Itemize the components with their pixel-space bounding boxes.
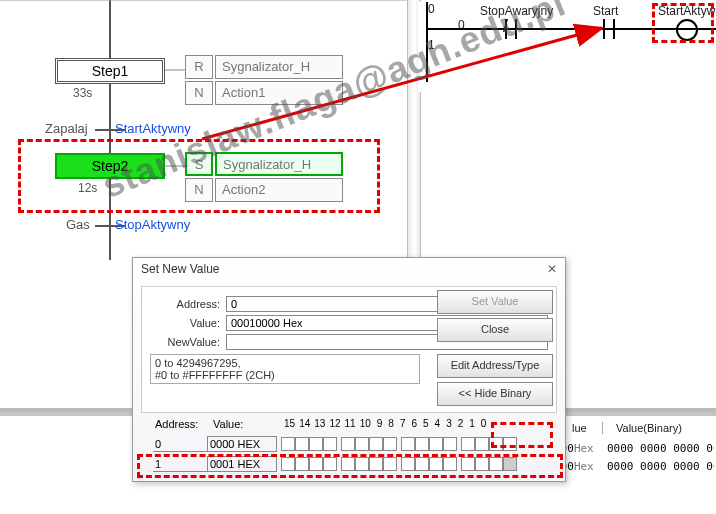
rung-num: 0 xyxy=(428,2,435,16)
ladder-no-contact[interactable] xyxy=(596,19,622,39)
bit-labels: 15141312 111098 7654 3210 xyxy=(284,418,486,429)
step2-time: 12s xyxy=(78,181,97,195)
action-qualifier[interactable]: N xyxy=(185,81,213,105)
action-name[interactable]: Sygnalizator_H xyxy=(215,55,343,79)
bit-set-icon[interactable] xyxy=(503,457,517,471)
newvalue-label: NewValue: xyxy=(150,336,220,348)
step-box-step1[interactable]: Step1 xyxy=(55,58,165,84)
watch-row-bin: 0000 0000 0000 000 xyxy=(607,442,714,455)
step-box-step2[interactable]: Step2 xyxy=(55,153,165,179)
action-name[interactable]: Sygnalizator_H xyxy=(215,152,343,176)
rung-num: 1 xyxy=(428,38,435,52)
edit-address-button[interactable]: Edit Address/Type xyxy=(437,354,553,378)
close-icon[interactable]: ✕ xyxy=(547,262,557,276)
bin-header-address: Address: xyxy=(155,418,198,430)
hide-binary-button[interactable]: << Hide Binary xyxy=(437,382,553,406)
binary-row: 1 0001 HEX xyxy=(153,454,517,474)
step1-time: 33s xyxy=(73,86,92,100)
watch-row-bin: 0000 0000 0000 000 xyxy=(607,460,714,473)
col-binary: Value(Binary) xyxy=(616,422,716,434)
transition1-right: StartAktywny xyxy=(115,121,191,136)
ladder-nc-contact[interactable]: / xyxy=(498,19,524,39)
action-qualifier[interactable]: R xyxy=(185,55,213,79)
ladder-pane: 0 0 1 StopAwaryjny Start StartAktyw / xyxy=(418,2,716,92)
transition2-left: Gas xyxy=(66,217,90,232)
range-info: 0 to 4294967295, #0 to #FFFFFFFF (2CH) xyxy=(150,354,420,384)
ladder-contact1-label: StopAwaryjny xyxy=(480,4,553,18)
close-button[interactable]: Close xyxy=(437,318,553,342)
step-label: Step1 xyxy=(92,63,129,79)
action-name[interactable]: Action1 xyxy=(215,81,343,105)
ladder-contact2-label: Start xyxy=(593,4,618,18)
transition2-right: StopAktywny xyxy=(115,217,190,232)
ladder-coil[interactable] xyxy=(676,19,698,41)
address-label: Address: xyxy=(150,298,220,310)
sfc-lines xyxy=(0,0,407,300)
action-qualifier[interactable]: S xyxy=(185,152,213,176)
col-value: lue xyxy=(572,422,603,434)
transition1-left: Zapalaj xyxy=(45,121,88,136)
action-qualifier[interactable]: N xyxy=(185,178,213,202)
step-label: Step2 xyxy=(92,158,129,174)
set-value-dialog: Set New Value ✕ Address: 0 Value: 000100… xyxy=(132,257,566,482)
bin-header-value: Value: xyxy=(213,418,243,430)
value-label: Value: xyxy=(150,317,220,329)
binary-row: 0 0000 HEX xyxy=(153,434,517,454)
action-name[interactable]: Action2 xyxy=(215,178,343,202)
ladder-coil-label: StartAktyw xyxy=(658,4,715,18)
set-value-button[interactable]: Set Value xyxy=(437,290,553,314)
